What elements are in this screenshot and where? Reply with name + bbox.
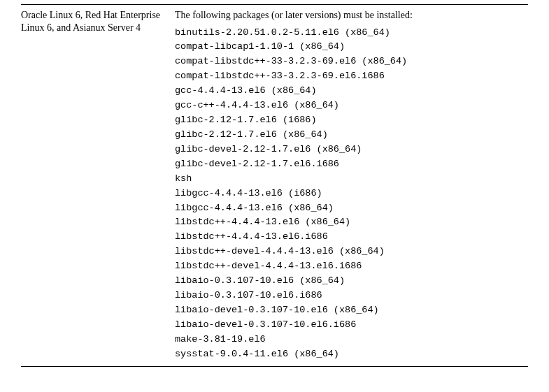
package-line: gcc-c++-4.4.4-13.el6 (x86_64) bbox=[175, 99, 528, 113]
package-line: libstdc++-4.4.4-13.el6 (x86_64) bbox=[175, 215, 528, 230]
package-line: glibc-devel-2.12-1.7.el6.i686 bbox=[175, 157, 528, 172]
package-line: libaio-devel-0.3.107-10.el6 (x86_64) bbox=[175, 303, 528, 318]
package-line: make-3.81-19.el6 bbox=[175, 333, 528, 347]
requirements-content: The following packages (or later version… bbox=[175, 8, 528, 362]
package-line: compat-libcap1-1.10-1 (x86_64) bbox=[175, 40, 528, 55]
requirements-table: Oracle Linux 6, Red Hat Enterprise Linux… bbox=[21, 4, 528, 367]
package-line: libaio-0.3.107-10.el6 (x86_64) bbox=[175, 274, 528, 289]
package-line: glibc-2.12-1.7.el6 (i686) bbox=[175, 113, 528, 128]
package-list: binutils-2.20.51.0.2-5.11.el6 (x86_64)co… bbox=[175, 26, 528, 362]
package-line: compat-libstdc++-33-3.2.3-69.el6.i686 bbox=[175, 69, 528, 84]
package-line: libaio-0.3.107-10.el6.i686 bbox=[175, 289, 528, 303]
package-line: gcc-4.4.4-13.el6 (x86_64) bbox=[175, 84, 528, 99]
package-line: libaio-devel-0.3.107-10.el6.i686 bbox=[175, 318, 528, 333]
package-line: libstdc++-devel-4.4.4-13.el6 (x86_64) bbox=[175, 245, 528, 259]
package-line: glibc-devel-2.12-1.7.el6 (x86_64) bbox=[175, 143, 528, 157]
package-line: libgcc-4.4.4-13.el6 (i686) bbox=[175, 187, 528, 201]
intro-text: The following packages (or later version… bbox=[175, 9, 528, 22]
package-line: ksh bbox=[175, 172, 528, 187]
package-line: sysstat-9.0.4-11.el6 (x86_64) bbox=[175, 347, 528, 362]
package-line: libstdc++-devel-4.4.4-13.el6.i686 bbox=[175, 259, 528, 274]
os-label: Oracle Linux 6, Red Hat Enterprise Linux… bbox=[21, 8, 175, 362]
package-line: compat-libstdc++-33-3.2.3-69.el6 (x86_64… bbox=[175, 55, 528, 69]
package-line: libgcc-4.4.4-13.el6 (x86_64) bbox=[175, 201, 528, 216]
package-line: binutils-2.20.51.0.2-5.11.el6 (x86_64) bbox=[175, 26, 528, 41]
package-line: glibc-2.12-1.7.el6 (x86_64) bbox=[175, 128, 528, 143]
package-line: libstdc++-4.4.4-13.el6.i686 bbox=[175, 230, 528, 245]
